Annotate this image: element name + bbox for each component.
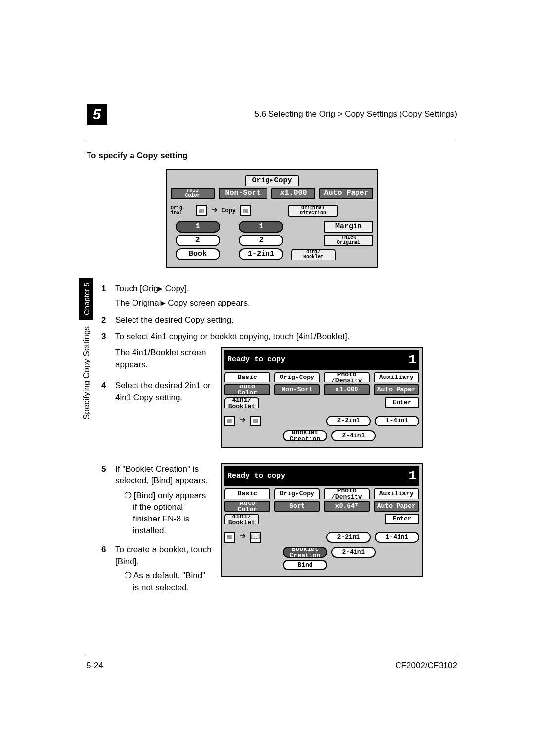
steps-list: 1 Touch [Orig▸ Copy]. The Original▸ Copy… [101, 283, 457, 596]
step-number: 6 [101, 544, 115, 596]
one-two-button[interactable]: 1-2in1 [239, 248, 283, 260]
panel-title: Ready to copy [227, 354, 285, 365]
header-breadcrumb: 5.6 Selecting the Orig > Copy Settings (… [254, 108, 457, 120]
orig-1-button[interactable]: 1 [176, 221, 220, 233]
non-sort-button[interactable]: Non-Sort [274, 384, 320, 395]
booklet-tab[interactable]: 4in1/ Booklet [291, 249, 336, 260]
orig-2-button[interactable]: 2 [176, 235, 220, 246]
copy-1-button[interactable]: 1 [239, 221, 283, 233]
one-four-button[interactable]: 1-4in1 [375, 532, 419, 543]
step-1-sub-a: The Original [115, 298, 161, 308]
enter-button[interactable]: Enter [385, 514, 419, 524]
copy-label: Copy [222, 207, 236, 215]
booklet-subtab[interactable]: 4in1/ Booklet [224, 514, 259, 524]
copy-count: 1 [408, 467, 416, 485]
step-6-bullet: As a default, "Bind" is not selected. [124, 570, 212, 594]
auto-paper-button[interactable]: Auto Paper [374, 501, 420, 512]
copy-2-button[interactable]: 2 [239, 235, 283, 246]
step-number: 2 [101, 314, 115, 326]
step-1-text-b: Copy]. [165, 284, 189, 293]
orig-copy-panel: Orig▸Copy Full Color Non-Sort x1.000 Aut… [166, 169, 378, 268]
model-label: CF2002/CF3102 [395, 660, 457, 672]
booklet-panel-b: Ready to copy 1 Basic Orig▸Copy Photo /D… [221, 463, 423, 577]
tab-orig-copy[interactable]: Orig▸Copy [245, 175, 299, 186]
two-two-button[interactable]: 2-2in1 [326, 532, 371, 543]
step-6-text: To create a booklet, touch [Bind]. [115, 544, 212, 567]
tab-photo-density[interactable]: Photo /Density [324, 488, 370, 499]
book-button[interactable]: Book [176, 248, 220, 260]
tab-photo-density[interactable]: Photo /Density [324, 372, 370, 382]
page-icon-2 [240, 205, 251, 216]
arrow-icon: ➔ [211, 203, 218, 219]
margin-button[interactable]: Margin [324, 221, 373, 233]
section-title: To specify a Copy setting [87, 150, 457, 162]
booklet-creation-button[interactable]: Booklet Creation [283, 547, 327, 558]
panel-title: Ready to copy [227, 471, 285, 481]
enter-button[interactable]: Enter [385, 397, 419, 408]
page-header: 5 5.6 Selecting the Orig > Copy Settings… [87, 104, 457, 125]
step-5-bullet: [Bind] only appears if the optional fini… [124, 490, 212, 537]
auto-color-button[interactable]: Auto Color [224, 501, 270, 512]
arrow-icon: ➔ [239, 413, 246, 428]
tab-orig-copy[interactable]: Orig▸Copy [274, 488, 320, 499]
side-tab-chapter: Chapter 5 [79, 278, 93, 320]
booklet-creation-button[interactable]: Booklet Creation [283, 430, 327, 441]
page-icon [224, 532, 235, 543]
tab-basic[interactable]: Basic [224, 372, 270, 382]
original-direction-button[interactable]: Original Direction [288, 205, 338, 217]
page-icon [196, 205, 207, 216]
zoom-button[interactable]: x1.000 [324, 384, 370, 395]
page-icon [224, 416, 235, 426]
arrow-icon: ➔ [239, 529, 246, 545]
zoom-button[interactable]: x1.000 [271, 188, 315, 199]
booklet-icon: 📖 [250, 532, 261, 543]
page-number: 5-24 [87, 660, 103, 672]
booklet-panel-a: Ready to copy 1 Basic Orig▸Copy Photo /D… [221, 347, 423, 448]
booklet-subtab[interactable]: 4in1/ Booklet [224, 397, 259, 408]
two-four-button[interactable]: 2-4in1 [331, 547, 376, 558]
step-3-sub: The 4in1/Booklet screen appears. [115, 347, 212, 371]
tab-orig-copy[interactable]: Orig▸Copy [274, 372, 320, 382]
thick-original-button[interactable]: Thick Original [324, 235, 373, 246]
full-color-button[interactable]: Full Color [171, 188, 215, 199]
step-1-text-a: Touch [Orig [115, 284, 158, 293]
two-four-button[interactable]: 2-4in1 [331, 430, 376, 441]
tab-auxiliary[interactable]: Auxiliary [374, 372, 420, 382]
sort-button[interactable]: Sort [274, 501, 320, 512]
step-number: 4 [101, 380, 115, 404]
copy-count: 1 [408, 351, 416, 369]
page-footer: 5-24 CF2002/CF3102 [87, 657, 457, 672]
header-rule [87, 140, 457, 140]
auto-color-button[interactable]: Auto Color [224, 384, 270, 395]
bind-button[interactable]: Bind [283, 560, 327, 570]
auto-paper-button[interactable]: Auto Paper [374, 384, 420, 395]
one-four-button[interactable]: 1-4in1 [375, 416, 419, 426]
step-5-text: If "Booklet Creation" is selected, [Bind… [115, 463, 212, 487]
non-sort-button[interactable]: Non-Sort [219, 188, 267, 199]
chapter-number-badge: 5 [87, 104, 107, 125]
step-1-sub-b: Copy screen appears. [168, 298, 250, 308]
page-icon [250, 416, 261, 426]
side-tab: Specifying Copy Settings Chapter 5 [79, 278, 93, 420]
step-4-text: Select the desired 2in1 or 4in1 Copy set… [115, 380, 212, 404]
step-number: 1 [101, 283, 115, 310]
step-3-text: To select 4in1 copying or booklet copyin… [115, 331, 457, 343]
auto-paper-button[interactable]: Auto Paper [319, 188, 373, 199]
tab-auxiliary[interactable]: Auxiliary [374, 488, 420, 499]
tab-basic[interactable]: Basic [224, 488, 270, 499]
zoom-button[interactable]: x0.647 [324, 501, 370, 512]
original-label: Orig- inal [171, 206, 192, 216]
step-2-text: Select the desired Copy setting. [115, 314, 457, 326]
two-two-button[interactable]: 2-2in1 [326, 416, 371, 426]
side-tab-label: Specifying Copy Settings [81, 326, 92, 420]
